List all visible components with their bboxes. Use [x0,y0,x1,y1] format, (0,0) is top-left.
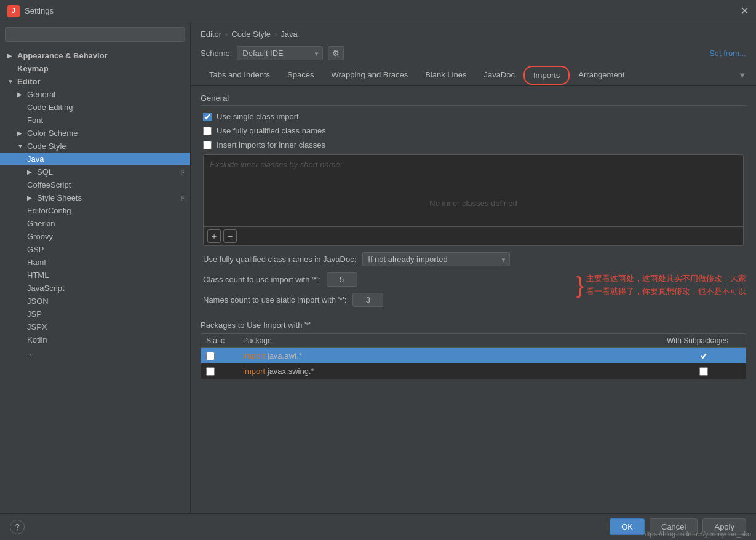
cancel-button[interactable]: Cancel [650,518,698,535]
javadoc-select[interactable]: If not already imported Always Never [362,252,510,266]
fully-qualified-label[interactable]: Use fully qualified class names [217,126,326,135]
set-from-link[interactable]: Set from... [709,49,746,58]
tab-spaces[interactable]: Spaces [279,65,322,85]
window-title: Settings [25,6,741,15]
insert-imports-checkbox[interactable] [203,141,212,149]
package-cell: import java.awt.* [243,351,667,360]
sidebar-item-font[interactable]: Font [0,114,190,127]
count-rows: Class count to use import with '*': Name… [201,272,570,313]
sidebar-item-appearance[interactable]: ▶ Appearance & Behavior [0,49,190,62]
expand-arrow: ▶ [17,130,25,137]
add-exclude-button[interactable]: + [207,229,221,243]
sidebar-item-jspx[interactable]: JSPX [0,320,190,333]
exclude-placeholder: Exclude inner classes by short name: [204,155,743,174]
ok-button[interactable]: OK [610,518,645,535]
sidebar-item-jsp[interactable]: JSP [0,308,190,320]
sidebar-item-html[interactable]: HTML [0,269,190,282]
settings-dialog: ▶ Appearance & Behavior Keymap ▼ Editor … [0,22,756,540]
help-button[interactable]: ? [10,520,25,534]
sidebar-item-style-sheets[interactable]: ▶ Style Sheets ⎘ [0,191,190,204]
remove-exclude-button[interactable]: − [223,229,237,243]
single-class-checkbox[interactable] [203,113,212,121]
tab-tabs-indents[interactable]: Tabs and Indents [201,65,279,85]
sidebar-item-general[interactable]: ▶ General [0,88,190,101]
right-panel: Editor › Code Style › Java Scheme: Defau… [191,22,756,513]
sidebar-item-java[interactable]: Java [0,153,190,165]
sidebar-item-label: Editor [17,77,185,86]
breadcrumb: Editor › Code Style › Java [191,22,756,44]
sidebar-item-haml[interactable]: Haml [0,256,190,269]
sidebar-item-gsp[interactable]: GSP [0,243,190,256]
gear-button[interactable]: ⚙ [328,46,344,60]
scheme-row: Scheme: Default IDE ▼ ⚙ Set from... [191,44,756,65]
apply-button[interactable]: Apply [702,518,746,535]
static-checkbox[interactable] [206,367,215,376]
sidebar-item-more[interactable]: ... [0,346,190,359]
copy-icon: ⎘ [181,194,185,202]
tab-imports[interactable]: Imports [523,66,570,85]
annotation-text: 主要看这两处，这两处其实不用做修改，大家 看一看就得了，你要真想修改，也不是不可… [586,272,746,298]
table-row: import java.awt.* [201,348,746,363]
tabs-row: Tabs and Indents Spaces Wrapping and Bra… [191,65,756,86]
scheme-select[interactable]: Default IDE [237,46,323,60]
brace-icon: } [576,274,584,296]
sidebar-item-groovy[interactable]: Groovy [0,230,190,243]
sidebar-item-editorconfig[interactable]: EditorConfig [0,204,190,217]
sidebar-item-editor[interactable]: ▼ Editor [0,75,190,88]
sidebar-item-sql[interactable]: ▶ SQL ⎘ [0,165,190,178]
sidebar-item-label: ... [27,348,185,357]
fully-qualified-checkbox[interactable] [203,127,212,135]
sidebar-item-label: JSON [27,296,185,306]
breadcrumb-part-codestyle: Code Style [231,30,271,39]
sidebar-item-keymap[interactable]: Keymap [0,62,190,75]
sidebar-item-label: Appearance & Behavior [17,51,185,60]
sidebar-item-gherkin[interactable]: Gherkin [0,217,190,230]
expand-arrow: ▼ [7,78,15,85]
expand-arrow: ▶ [27,194,34,201]
sidebar-item-javascript[interactable]: JavaScript [0,282,190,295]
static-cell [206,367,243,376]
sidebar-item-kotlin[interactable]: Kotlin [0,333,190,346]
subpackages-checkbox[interactable] [699,352,708,360]
checkbox-row-insert-imports: Insert imports for inner classes [201,140,746,149]
tab-javadoc[interactable]: JavaDoc [475,65,523,85]
class-count-label: Class count to use import with '*': [203,275,320,284]
exclude-inner-classes-box: Exclude inner classes by short name: No … [203,154,744,246]
tab-wrapping-braces[interactable]: Wrapping and Braces [322,65,416,85]
insert-imports-label[interactable]: Insert imports for inner classes [217,140,325,149]
scheme-select-wrapper: Default IDE ▼ [237,46,323,60]
sidebar-item-label: EditorConfig [27,206,185,215]
import-keyword: import [243,351,265,360]
names-count-input[interactable] [352,293,383,307]
dialog-content: ▶ Appearance & Behavior Keymap ▼ Editor … [0,22,756,513]
title-bar: J Settings ✕ [0,0,756,22]
single-class-label[interactable]: Use single class import [217,112,299,121]
sidebar-item-json[interactable]: JSON [0,295,190,308]
close-button[interactable]: ✕ [741,5,749,17]
tab-label: JavaDoc [483,70,515,79]
tab-blank-lines[interactable]: Blank Lines [416,65,475,85]
annotation-group: } 主要看这两处，这两处其实不用做修改，大家 看一看就得了，你要真想修改，也不是… [576,272,746,298]
copy-icon: ⎘ [181,169,185,176]
tab-arrangement[interactable]: Arrangement [570,65,633,85]
sidebar-item-label: GSP [27,245,185,254]
bottom-bar: ? OK Cancel Apply [0,513,756,540]
search-input[interactable] [5,27,185,42]
class-count-row: Class count to use import with '*': [201,272,570,287]
javadoc-label: Use fully qualified class names in JavaD… [203,255,356,264]
expand-arrow: ▶ [7,52,15,59]
more-tabs-button[interactable]: ▼ [738,71,746,80]
package-name: java.awt.* [268,351,302,360]
subpackages-cell [667,352,741,360]
javadoc-select-wrapper: If not already imported Always Never ▼ [362,252,510,266]
subpackages-checkbox[interactable] [699,367,708,376]
sidebar-item-color-scheme[interactable]: ▶ Color Scheme [0,127,190,140]
sidebar-item-coffeescript[interactable]: CoffeeScript [0,178,190,191]
breadcrumb-part-java: Java [281,30,297,39]
scheme-label: Scheme: [201,49,232,58]
sidebar-item-code-editing[interactable]: Code Editing [0,101,190,114]
class-count-input[interactable] [327,272,357,287]
static-checkbox[interactable] [206,352,215,360]
sidebar-item-code-style[interactable]: ▼ Code Style [0,140,190,153]
import-keyword: import [243,367,265,376]
